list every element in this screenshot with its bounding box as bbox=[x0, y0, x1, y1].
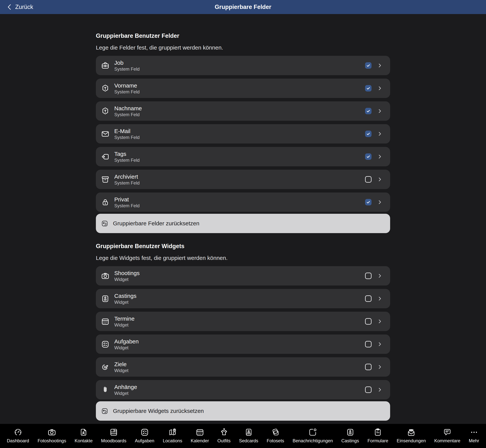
row-title: Vorname bbox=[114, 82, 365, 89]
row-text: Nachname System Feld bbox=[114, 105, 365, 117]
tab-aufgaben[interactable]: Aufgaben bbox=[135, 428, 154, 443]
undo-square-icon bbox=[101, 407, 108, 415]
list-item-termine[interactable]: Termine Widget bbox=[96, 312, 390, 331]
chevron-right-icon bbox=[377, 296, 382, 301]
chevron-right-icon bbox=[377, 63, 382, 68]
tab-label: Kalender bbox=[191, 438, 209, 443]
tab-formulare[interactable]: Formulare bbox=[367, 428, 388, 443]
row-text: Vorname System Feld bbox=[114, 82, 365, 95]
chevron-right-icon bbox=[377, 199, 382, 205]
list-item-anh-nge[interactable]: Anhänge Widget bbox=[96, 380, 390, 400]
tab-einsendungen[interactable]: Einsendungen bbox=[397, 428, 426, 443]
tab-benachrichtigungen[interactable]: Benachrichtigungen bbox=[293, 428, 333, 443]
gauge-icon bbox=[14, 428, 22, 437]
row-subtitle: Widget bbox=[114, 300, 365, 305]
row-title: Castings bbox=[114, 293, 365, 299]
ellipsis-icon bbox=[470, 428, 478, 437]
calendar-icon bbox=[196, 428, 204, 437]
row-subtitle: System Feld bbox=[114, 112, 365, 117]
tab-label: Mehr bbox=[469, 438, 479, 443]
list-item-job[interactable]: Job System Feld bbox=[96, 56, 390, 75]
checkbox[interactable] bbox=[365, 318, 372, 325]
tab-label: Einsendungen bbox=[397, 438, 426, 443]
tab-fotosets[interactable]: Fotosets bbox=[267, 428, 284, 443]
textformat-icon bbox=[101, 107, 110, 115]
section-title: Gruppierbare Benutzer Felder bbox=[96, 32, 390, 40]
tab-dashboard[interactable]: Dashboard bbox=[7, 428, 29, 443]
list-item-tags[interactable]: Tags System Feld bbox=[96, 147, 390, 166]
sedcard-icon bbox=[244, 428, 253, 437]
row-subtitle: System Feld bbox=[114, 66, 365, 72]
row-subtitle: System Feld bbox=[114, 203, 365, 208]
checkbox[interactable] bbox=[365, 364, 372, 370]
checkbox[interactable] bbox=[365, 272, 372, 279]
chevron-right-icon bbox=[377, 273, 382, 279]
list-item-vorname[interactable]: Vorname System Feld bbox=[96, 79, 390, 98]
row-text: Termine Widget bbox=[114, 315, 365, 328]
idcard-icon bbox=[101, 295, 110, 303]
list-item-privat[interactable]: Privat System Feld bbox=[96, 192, 390, 212]
tab-label: Formulare bbox=[367, 438, 388, 443]
tab-fotoshootings[interactable]: Fotoshootings bbox=[38, 428, 66, 443]
row-subtitle: Widget bbox=[114, 391, 365, 396]
list-item-nachname[interactable]: Nachname System Feld bbox=[96, 101, 390, 121]
checkbox[interactable] bbox=[365, 386, 372, 393]
row-text: Archiviert System Feld bbox=[114, 173, 365, 186]
list-item-archiviert[interactable]: Archiviert System Feld bbox=[96, 170, 390, 189]
list-item-aufgaben[interactable]: Aufgaben Widget bbox=[96, 335, 390, 354]
row-subtitle: System Feld bbox=[114, 89, 365, 95]
checkbox[interactable] bbox=[365, 199, 372, 205]
row-subtitle: Widget bbox=[114, 277, 365, 282]
chevron-right-icon bbox=[377, 131, 382, 137]
checkbox[interactable] bbox=[365, 108, 372, 114]
undo-square-icon bbox=[101, 220, 108, 227]
tab-sedcards[interactable]: Sedcards bbox=[239, 428, 258, 443]
row-text: Anhänge Widget bbox=[114, 384, 365, 396]
list-item-e-mail[interactable]: E-Mail System Feld bbox=[96, 124, 390, 144]
row-text: Shootings Widget bbox=[114, 270, 365, 282]
list-item-ziele[interactable]: Ziele Widget bbox=[96, 357, 390, 377]
list-item-castings[interactable]: Castings Widget bbox=[96, 289, 390, 308]
checkbox[interactable] bbox=[365, 131, 372, 137]
section-gruppierbare-benutzer-widgets: Gruppierbare Benutzer Widgets Lege die W… bbox=[96, 243, 390, 421]
tab-moodboards[interactable]: Moodboards bbox=[101, 428, 126, 443]
list-item-shootings[interactable]: Shootings Widget bbox=[96, 266, 390, 286]
reset-button-gruppierbare-widgets-zur-cksetzen[interactable]: Gruppierbare Widgets zurücksetzen bbox=[96, 401, 390, 421]
tab-label: Locations bbox=[163, 438, 182, 443]
row-subtitle: Widget bbox=[114, 345, 365, 351]
row-subtitle: Widget bbox=[114, 368, 365, 373]
tab-kalender[interactable]: Kalender bbox=[191, 428, 209, 443]
tab-label: Moodboards bbox=[101, 438, 126, 443]
calendar-icon bbox=[101, 317, 110, 326]
checkbox[interactable] bbox=[365, 62, 372, 69]
row-title: Shootings bbox=[114, 270, 365, 276]
reset-label: Gruppierbare Widgets zurücksetzen bbox=[113, 408, 204, 414]
reset-button-gruppierbare-felder-zur-cksetzen[interactable]: Gruppierbare Felder zurücksetzen bbox=[96, 214, 390, 233]
back-button[interactable]: Zurück bbox=[7, 4, 33, 10]
tab-outfits[interactable]: Outfits bbox=[217, 428, 231, 443]
row-title: Aufgaben bbox=[114, 338, 365, 345]
clipboard-icon bbox=[374, 428, 382, 437]
nav-bar: Zurück Gruppierbare Felder bbox=[0, 0, 486, 14]
checkbox[interactable] bbox=[365, 176, 372, 183]
checkbox[interactable] bbox=[365, 295, 372, 302]
row-title: Ziele bbox=[114, 361, 365, 368]
tab-kontakte[interactable]: Kontakte bbox=[75, 428, 93, 443]
openmail-icon bbox=[407, 428, 415, 437]
chevron-right-icon bbox=[377, 341, 382, 347]
tab-mehr[interactable]: Mehr bbox=[469, 428, 479, 443]
row-text: Ziele Widget bbox=[114, 361, 365, 373]
checkbox[interactable] bbox=[365, 341, 372, 347]
tab-castings[interactable]: Castings bbox=[341, 428, 359, 443]
row-text: Tags System Feld bbox=[114, 151, 365, 163]
fotosets-icon bbox=[271, 428, 280, 437]
tab-locations[interactable]: Locations bbox=[163, 428, 182, 443]
tab-kommentare[interactable]: Kommentare bbox=[434, 428, 460, 443]
section-gruppierbare-benutzer-felder: Gruppierbare Benutzer Felder Lege die Fe… bbox=[96, 32, 390, 233]
section-title: Gruppierbare Benutzer Widgets bbox=[96, 243, 390, 250]
checkbox[interactable] bbox=[365, 85, 372, 91]
row-title: Job bbox=[114, 59, 365, 66]
checkbox[interactable] bbox=[365, 153, 372, 160]
row-title: Archiviert bbox=[114, 173, 365, 180]
tab-label: Fotosets bbox=[267, 438, 284, 443]
